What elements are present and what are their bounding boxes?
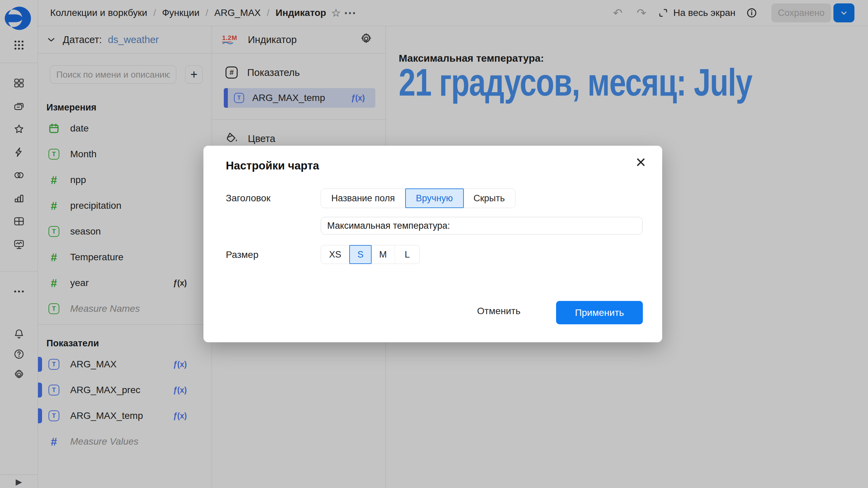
segment-option-xs[interactable]: XS (321, 245, 350, 264)
chart-title-input[interactable] (321, 217, 643, 235)
segment-option-название-поля[interactable]: Название поля (321, 189, 406, 208)
close-icon[interactable]: × (636, 153, 646, 171)
title-row-label: Заголовок (226, 193, 271, 204)
size-row-label: Размер (226, 249, 258, 260)
size-segmented-control: XSSML (321, 245, 420, 264)
datalens-app: ▶ Коллекции и воркбуки/Функции/ARG_MAX/И… (0, 0, 868, 488)
apply-button[interactable]: Применить (556, 301, 643, 324)
segment-option-s[interactable]: S (349, 245, 372, 264)
segment-option-l[interactable]: L (395, 245, 419, 264)
title-mode-segmented-control: Название поляВручнуюСкрыть (321, 188, 515, 208)
segment-option-вручную[interactable]: Вручную (405, 188, 464, 208)
chart-settings-dialog: Настройки чарта × Заголовок Название пол… (203, 146, 662, 342)
segment-option-m[interactable]: M (371, 245, 395, 264)
cancel-button[interactable]: Отменить (471, 302, 527, 320)
segment-option-скрыть[interactable]: Скрыть (463, 189, 515, 208)
dialog-title: Настройки чарта (226, 159, 319, 172)
